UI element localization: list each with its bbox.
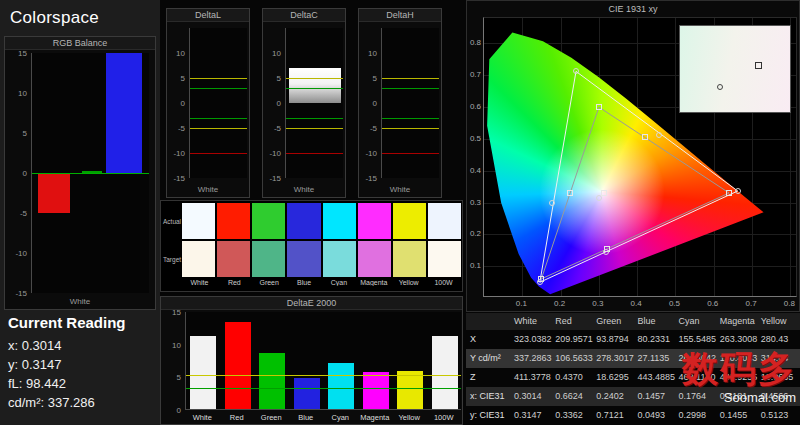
cell: 0.2998 (677, 406, 718, 425)
deltae-bar-yellow (397, 371, 423, 409)
tick-label: 10 (357, 49, 377, 58)
deltae-2000-title: DeltaE 2000 (161, 297, 462, 310)
delta-h-chart[interactable]: DeltaH 1050-5-10-15 White (358, 8, 442, 198)
delta-l-plot-area: 1050-5-10-15 (167, 22, 249, 184)
column-header: White (512, 313, 553, 330)
y-axis-ticks: 1050-5-10-15 (167, 28, 187, 178)
reading-fl-value: 98.442 (26, 376, 66, 391)
swatch-actual-green (252, 203, 285, 239)
deltae-bar-green (259, 353, 285, 409)
measurement-table: WhiteRedGreenBlueCyanMagentaYellowX323.0… (466, 313, 800, 425)
deltae-plot-area: 151050 (161, 310, 462, 411)
reading-fl: fL: 98.442 (8, 376, 66, 391)
x-tick-label: 0.7 (743, 299, 759, 308)
reading-cdm2-value: 337.286 (48, 395, 95, 410)
tick-label: -5 (165, 124, 185, 133)
swatch-target-blue (287, 241, 320, 277)
x-tick-label: 0.3 (590, 299, 606, 308)
swatch-target-magenta (358, 241, 391, 277)
reading-x-label: x: (8, 338, 18, 353)
swatch-name: Red (217, 279, 252, 286)
threshold-line (382, 128, 439, 129)
rgb-balance-title: RGB Balance (5, 37, 155, 50)
threshold-line (190, 128, 247, 129)
x-tick-label: 0.2 (552, 299, 568, 308)
delta-c-plot (285, 28, 343, 178)
x-tick-label: 0.5 (666, 299, 682, 308)
deltae-plot (185, 312, 461, 410)
swatch-name: White (182, 279, 217, 286)
tick-label: -5 (7, 209, 27, 218)
deltae-bar-red (225, 322, 251, 409)
x-tick-label: 0.6 (705, 299, 721, 308)
tick-label: 10 (165, 49, 185, 58)
tick-label: -15 (261, 174, 281, 183)
table-row-y-cd-m-[interactable]: Y cd/m²337.2863106.5633278.301727.113526… (466, 349, 800, 368)
target-point (601, 190, 607, 196)
cell: 0.3014 (512, 387, 553, 406)
deltae-2000-chart[interactable]: DeltaE 2000 151050 WhiteRedGreenBlueCyan… (160, 296, 463, 425)
target-row-label: Target (163, 256, 182, 263)
deltae-bar-blue (294, 378, 320, 409)
delta-c-chart[interactable]: DeltaC 1050-5-10-15 White (262, 8, 346, 198)
tick-label: -5 (261, 124, 281, 133)
target-point (596, 104, 602, 110)
cell: 280.43 (759, 330, 800, 349)
threshold-line (382, 88, 439, 89)
swatch-name: Magenta (356, 279, 391, 286)
tick-label: 5 (7, 129, 27, 138)
x-axis-category: White (185, 411, 220, 424)
column-header (466, 313, 512, 330)
cell: 0.1457 (635, 387, 676, 406)
table-row-y-cie31[interactable]: y: CIE310.31470.33620.71210.04930.29980.… (466, 406, 800, 425)
rgb-balance-plot-area: 151050-5-10-15 (5, 50, 155, 296)
colorspace-panel: Colorspace RGB Balance 151050-5-10-15 Wh… (0, 0, 160, 425)
cell: 0.3181 (718, 387, 759, 406)
tick-label: 15 (161, 308, 181, 317)
column-header: Cyan (677, 313, 718, 330)
y-tick-label: 0.6 (468, 102, 481, 111)
x-tick-label: 0.1 (513, 299, 529, 308)
x-axis-category: Cyan (323, 411, 358, 424)
cell: 106.5633 (553, 349, 594, 368)
actual-swatch-row (182, 203, 461, 239)
column-header: Green (594, 313, 635, 330)
x-axis-label: White (263, 184, 345, 197)
threshold-line (190, 118, 247, 119)
y-tick-label: 0.2 (468, 229, 481, 238)
table-row-x[interactable]: X323.0382209.957193.879480.2331155.54852… (466, 330, 800, 349)
rgb-balance-chart[interactable]: RGB Balance 151050-5-10-15 White (4, 36, 156, 310)
cie-chart-panel[interactable]: CIE 1931 xy 0.10.20.30.40.50.60.70.80.10… (466, 0, 800, 312)
cell: 209.9571 (553, 330, 594, 349)
tick-label: -15 (7, 289, 27, 298)
reading-cdm2: cd/m²: 337.286 (8, 395, 95, 410)
measured-point (537, 279, 543, 285)
swatch-actual-cyan (323, 203, 356, 239)
tick-label: 0 (357, 99, 377, 108)
reading-y-value: 0.3147 (22, 357, 62, 372)
cell: 443.9255 (718, 368, 759, 387)
delta-l-chart[interactable]: DeltaL 1050-5-10-15 White (166, 8, 250, 198)
measured-point (573, 68, 579, 74)
cell: 120.4033 (718, 349, 759, 368)
cell: 0.6624 (553, 387, 594, 406)
rgb-bar-red (38, 173, 70, 213)
threshold-line (286, 118, 343, 119)
cell: 0.3362 (553, 406, 594, 425)
color-swatch-table[interactable]: Actual Target WhiteRedGreenBlueCyanMagen… (160, 200, 463, 292)
cie-chart-title: CIE 1931 xy (467, 4, 799, 14)
swatch-target-100w (428, 241, 461, 277)
threshold-line (382, 78, 439, 79)
target-point (567, 190, 573, 196)
measured-point (656, 132, 662, 138)
swatch-name: 100W (426, 279, 461, 286)
x-axis-category: Magenta (358, 411, 393, 424)
tick-label: -5 (357, 124, 377, 133)
inset-target-square (755, 62, 762, 69)
table-row-x-cie31[interactable]: x: CIE310.30140.66240.24020.14570.17640.… (466, 387, 800, 406)
column-header: Blue (635, 313, 676, 330)
target-swatch-row (182, 241, 461, 277)
reading-cdm2-label: cd/m²: (8, 395, 44, 410)
deltae-bar-white (190, 336, 216, 409)
table-row-z[interactable]: Z411.37780.437018.6295443.4885462.118044… (466, 368, 800, 387)
